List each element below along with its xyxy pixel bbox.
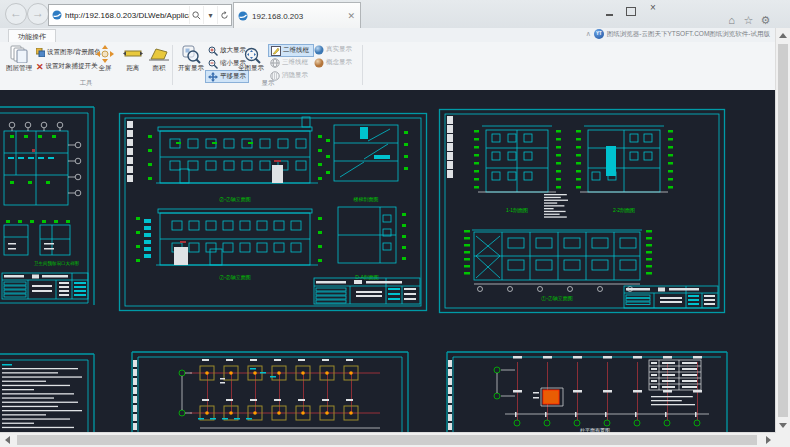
window-zoom-button[interactable]: 开窗显示 bbox=[178, 44, 204, 77]
signature-strip bbox=[447, 116, 453, 178]
back-arrow-icon: ← bbox=[10, 6, 22, 20]
plan-drawing bbox=[4, 122, 81, 205]
maximize-button[interactable] bbox=[622, 2, 640, 15]
zoom-all-label: 全图显示 bbox=[238, 64, 264, 71]
color-icon bbox=[36, 48, 45, 57]
ruler-icon bbox=[120, 44, 146, 64]
realistic-label: 真实显示 bbox=[326, 45, 352, 54]
schedule-table bbox=[649, 360, 701, 405]
column-grid: 柱平面布置图 bbox=[494, 356, 709, 433]
signature-strip bbox=[133, 360, 137, 430]
tab-function-operations[interactable]: 功能操作 bbox=[8, 29, 56, 43]
maximize-icon bbox=[626, 7, 636, 16]
tools-group-label: 工具 bbox=[6, 79, 166, 88]
fullscreen-label: 全屏 bbox=[99, 64, 112, 71]
scrollbar-corner bbox=[776, 433, 790, 447]
forward-arrow-icon: → bbox=[32, 6, 44, 20]
realistic-sphere-icon bbox=[314, 45, 324, 55]
zoom-all-button[interactable]: 全图显示 bbox=[238, 44, 264, 77]
set-osnap-button[interactable]: ✕ 设置对象捕捉开关 bbox=[34, 61, 100, 72]
display-group-label: 显示 bbox=[178, 79, 358, 88]
red-x-icon: ✕ bbox=[36, 62, 44, 72]
scroll-left-arrow[interactable] bbox=[5, 436, 10, 444]
detail-drawings bbox=[4, 220, 70, 255]
realistic-button[interactable]: 真实显示 bbox=[312, 44, 356, 55]
group-separator bbox=[362, 45, 363, 85]
ribbon-tab-row: 功能操作 ∧ YT 图纸浏览器-云图天下YTSOFT.COM图纸浏览软件-试用版 bbox=[0, 28, 776, 42]
stair-section: 楼梯剖面图 bbox=[326, 125, 408, 203]
vertical-scrollbar[interactable] bbox=[775, 28, 790, 433]
wireframe-2d-button[interactable]: 二维线框 bbox=[268, 44, 314, 57]
sheet-column-plan: 柱平面布置图 bbox=[445, 348, 729, 433]
signature-strip bbox=[127, 121, 133, 182]
settings-gear-icon[interactable]: ⚙ bbox=[758, 14, 773, 27]
detail-caption: 卫生间预留洞口大样图 bbox=[33, 260, 79, 267]
wireframe-3d-label: 三维线框 bbox=[282, 58, 308, 67]
foundation-grid bbox=[179, 359, 380, 428]
scroll-right-arrow[interactable] bbox=[766, 436, 771, 444]
conceptual-sphere-icon bbox=[314, 58, 324, 68]
area-button[interactable]: 面积 bbox=[146, 44, 172, 77]
set-osnap-label: 设置对象捕捉开关 bbox=[46, 62, 98, 71]
horizontal-scroll-thumb[interactable] bbox=[17, 435, 757, 445]
address-bar[interactable]: http://192.168.0.203/DLWeb/Application/Y… bbox=[48, 4, 232, 26]
scroll-up-arrow[interactable] bbox=[779, 33, 787, 38]
ribbon: 图层管理 设置图形/背景颜色 ✕ 设置对象捕捉开关 全屏 距离 面积 bbox=[0, 42, 776, 91]
browser-tab[interactable]: 192.168.0.203 ✕ bbox=[233, 2, 361, 29]
area-label: 面积 bbox=[153, 64, 166, 71]
home-icon[interactable]: ⌂ bbox=[724, 14, 739, 27]
minimize-icon bbox=[606, 14, 613, 16]
area-wedge-icon bbox=[146, 44, 172, 64]
zoom-extents-icon bbox=[238, 44, 264, 64]
wireframe-2d-icon bbox=[271, 46, 281, 56]
layers-icon bbox=[6, 44, 32, 64]
conceptual-label: 概念显示 bbox=[326, 58, 352, 67]
wireframe-2d-label: 二维线框 bbox=[283, 46, 309, 55]
app-notice: ∧ YT 图纸浏览器-云图天下YTSOFT.COM图纸浏览软件-试用版 bbox=[586, 29, 770, 39]
caption: 1-1剖面图 bbox=[506, 207, 528, 214]
close-button[interactable]: × bbox=[644, 2, 662, 15]
vertical-scroll-thumb[interactable] bbox=[778, 44, 788, 417]
search-icon[interactable] bbox=[189, 6, 203, 24]
notes-text bbox=[2, 368, 82, 428]
cad-canvas[interactable]: 卫生间预留洞口大样图 bbox=[0, 90, 776, 433]
horizontal-scrollbar[interactable] bbox=[0, 432, 776, 447]
collapse-caret-icon[interactable]: ∧ bbox=[586, 30, 591, 38]
refresh-icon[interactable] bbox=[217, 6, 231, 24]
title-block bbox=[624, 286, 718, 308]
window-zoom-icon bbox=[178, 44, 204, 64]
zoom-in-icon bbox=[208, 46, 218, 56]
sheet-left-partial: 卫生间预留洞口大样图 bbox=[0, 105, 100, 305]
favorites-star-icon[interactable]: ☆ bbox=[741, 14, 756, 27]
sheet-notes-partial bbox=[0, 348, 100, 433]
back-button[interactable]: ← bbox=[5, 3, 27, 25]
sheet-elevations: ②-⑦轴立面图 楼梯剖面图 bbox=[118, 112, 428, 312]
tab-title: 192.168.0.203 bbox=[252, 12, 303, 21]
scroll-down-arrow[interactable] bbox=[779, 423, 787, 428]
ie-favicon bbox=[238, 11, 248, 21]
sheet-foundation-plan bbox=[130, 348, 410, 433]
distance-label: 距离 bbox=[127, 64, 140, 71]
chevron-down-icon[interactable]: ▾ bbox=[203, 6, 217, 24]
distance-button[interactable]: 距离 bbox=[120, 44, 146, 77]
layer-manager-button[interactable]: 图层管理 bbox=[6, 44, 32, 77]
title-block bbox=[314, 278, 420, 304]
minimize-button[interactable] bbox=[600, 2, 618, 15]
browser-window: ← → http://192.168.0.203/DLWeb/Applicati… bbox=[0, 0, 790, 447]
yt-logo-icon: YT bbox=[594, 29, 604, 39]
ie-favicon bbox=[52, 10, 62, 20]
fullscreen-arrows-icon bbox=[92, 44, 118, 64]
group-separator bbox=[172, 45, 173, 85]
tab-close-icon[interactable]: ✕ bbox=[347, 11, 355, 21]
layer-manager-label: 图层管理 bbox=[6, 64, 32, 71]
window-zoom-label: 开窗显示 bbox=[178, 64, 204, 71]
zoom-out-icon bbox=[208, 59, 218, 69]
fullscreen-button[interactable]: 全屏 bbox=[92, 44, 118, 77]
caption: ⑦-②轴立面图 bbox=[219, 274, 251, 281]
forward-button[interactable]: → bbox=[27, 3, 49, 25]
conceptual-button[interactable]: 概念显示 bbox=[312, 57, 356, 68]
notice-text: 图纸浏览器-云图天下YTSOFT.COM图纸浏览软件-试用版 bbox=[607, 30, 770, 39]
wireframe-3d-button[interactable]: 三维线框 bbox=[268, 57, 312, 68]
caption: 楼梯剖面图 bbox=[353, 196, 379, 203]
url-text: http://192.168.0.203/DLWeb/Application/Y… bbox=[65, 11, 189, 20]
